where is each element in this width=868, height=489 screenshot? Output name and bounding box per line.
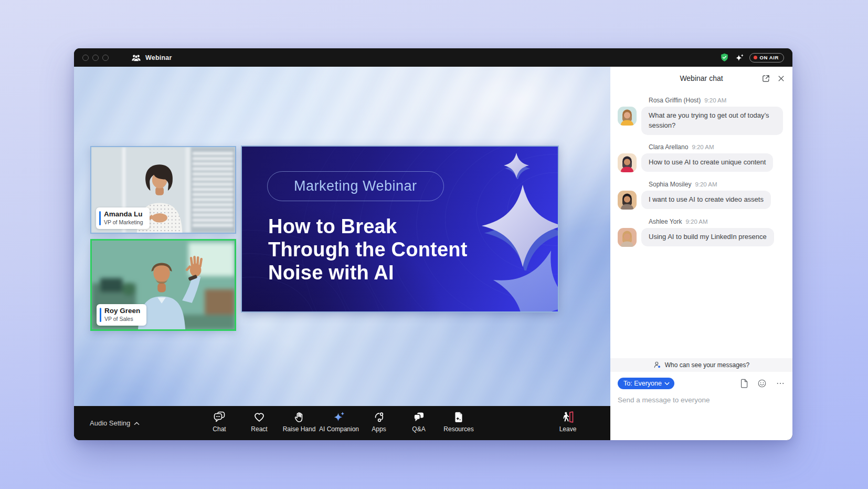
react-button[interactable]: React [239,406,279,440]
message-meta: Sophia Mosiley9:20 AM [649,181,771,188]
chat-composer: To: Everyone [610,372,792,440]
avatar [618,228,637,247]
pop-out-icon[interactable] [761,74,770,83]
titlebar-right: ON AIR [719,53,785,63]
leave-door-icon [562,411,574,423]
composer-icons [739,379,785,388]
composer-row: To: Everyone [618,378,785,389]
shared-slide: Marketing Webinar How to BreakThrough th… [241,145,559,313]
window-close-button[interactable] [82,55,89,61]
apps-button[interactable]: Apps [359,406,399,440]
message-body: Sophia Mosiley9:20 AM I want to use AI t… [641,181,771,209]
meeting-toolbar: Audio Setting Chat [74,406,610,440]
video-tile-roy-green[interactable]: Roy Green VP of Sales [90,239,236,331]
window-zoom-button[interactable] [102,55,109,61]
on-air-dot [754,56,757,59]
apps-icon [373,411,385,423]
resources-document-icon [452,411,465,423]
qa-button[interactable]: Q&A [399,406,439,440]
message-meta: Ashlee York9:20 AM [649,218,774,225]
chat-message-list[interactable]: Rosa Griffin (Host)9:20 AM What are you … [610,90,792,358]
more-options-icon[interactable] [776,379,785,388]
on-air-badge: ON AIR [749,53,785,63]
privacy-note-text: Who can see your messages? [665,361,749,369]
message-body: Rosa Griffin (Host)9:20 AM What are you … [641,97,783,135]
slide-heading-line: Through the Content [268,238,468,261]
chat-header: Webinar chat [610,67,792,90]
nametag-amanda: Amanda Lu VP of Marketing [96,207,150,229]
slide-heading-line: Noise with AI [268,261,468,284]
heart-icon [253,411,266,423]
avatar [618,107,637,126]
webinar-window: Webinar ON AIR [74,48,792,440]
person-visibility-icon [653,361,662,369]
titlebar-app: Webinar [131,54,172,62]
window-body: Amanda Lu VP of Marketing [74,67,792,440]
speaker-name: Amanda Lu [104,210,143,219]
chat-bubble-icon [213,411,226,423]
close-icon[interactable] [777,75,785,82]
message-author: Sophia Mosiley [649,181,691,188]
avatar [618,191,637,210]
nametag-roy: Roy Green VP of Sales [97,304,146,326]
message-time: 9:20 AM [685,219,707,225]
window-title: Webinar [145,54,172,61]
video-tile-amanda-lu[interactable]: Amanda Lu VP of Marketing [90,146,236,234]
window-minimize-button[interactable] [92,55,99,61]
speaker-name: Roy Green [104,307,140,316]
chevron-up-icon [134,421,140,425]
message-bubble: Using AI to build my LinkedIn presence [641,228,774,246]
window-controls [82,55,109,61]
message-body: Clara Arellano9:20 AM How to use AI to c… [641,143,773,172]
slide-heading: How to BreakThrough the ContentNoise wit… [268,215,468,284]
chat-message: Clara Arellano9:20 AM How to use AI to c… [618,143,784,172]
chevron-down-icon [664,382,670,386]
webinar-chat-panel: Webinar chat [610,67,792,440]
slide-3d-star-bottom [487,244,559,313]
slide-heading-line: How to Break [268,215,468,238]
message-author: Ashlee York [649,218,682,225]
message-body: Ashlee York9:20 AM Using AI to build my … [641,218,774,246]
message-author: Clara Arellano [649,143,688,151]
chat-button[interactable]: Chat [199,406,239,440]
message-bubble: How to use AI to create unique content [641,153,773,172]
emoji-icon[interactable] [757,379,767,388]
titlebar: Webinar ON AIR [74,48,792,67]
file-icon[interactable] [739,379,748,388]
chat-message: Ashlee York9:20 AM Using AI to build my … [618,218,784,247]
security-shield-icon[interactable] [719,53,729,63]
qa-bubbles-icon [412,411,425,423]
resources-button[interactable]: Resources [439,406,479,440]
chat-title: Webinar chat [680,74,723,82]
raise-hand-icon [293,411,305,423]
message-meta: Rosa Griffin (Host)9:20 AM [649,97,783,104]
ai-companion-button[interactable]: AI Companion [319,406,359,440]
slide-badge: Marketing Webinar [267,171,444,201]
message-time: 9:20 AM [704,97,726,103]
message-time: 9:20 AM [692,144,714,150]
chat-header-icons [761,67,785,90]
message-bubble: What are you trying to get out of today’… [641,107,783,135]
audio-setting-button[interactable]: Audio Setting [90,406,140,440]
main-area: Amanda Lu VP of Marketing [74,67,610,440]
chat-message-input[interactable] [618,396,785,404]
message-author: Rosa Griffin (Host) [649,97,701,104]
webinar-people-icon [131,54,141,62]
to-everyone-selector[interactable]: To: Everyone [618,378,674,389]
message-meta: Clara Arellano9:20 AM [649,143,773,151]
speaker-title: VP of Marketing [104,219,143,226]
video-stage: Amanda Lu VP of Marketing [74,67,610,406]
speaker-title: VP of Sales [104,316,140,323]
message-bubble: I want to use AI to create video assets [641,191,771,209]
slide-3d-star-small [503,152,530,179]
ai-companion-sparkle-icon [333,411,345,423]
avatar [618,153,637,172]
chat-message: Rosa Griffin (Host)9:20 AM What are you … [618,97,784,135]
sparkle-icon[interactable] [735,53,744,63]
message-time: 9:20 AM [695,181,717,188]
leave-button[interactable]: Leave [552,406,584,440]
privacy-note[interactable]: Who can see your messages? [610,358,792,372]
toolbar-buttons: Chat React [199,406,479,440]
audio-setting-label: Audio Setting [90,419,130,427]
raise-hand-button[interactable]: Raise Hand [279,406,319,440]
